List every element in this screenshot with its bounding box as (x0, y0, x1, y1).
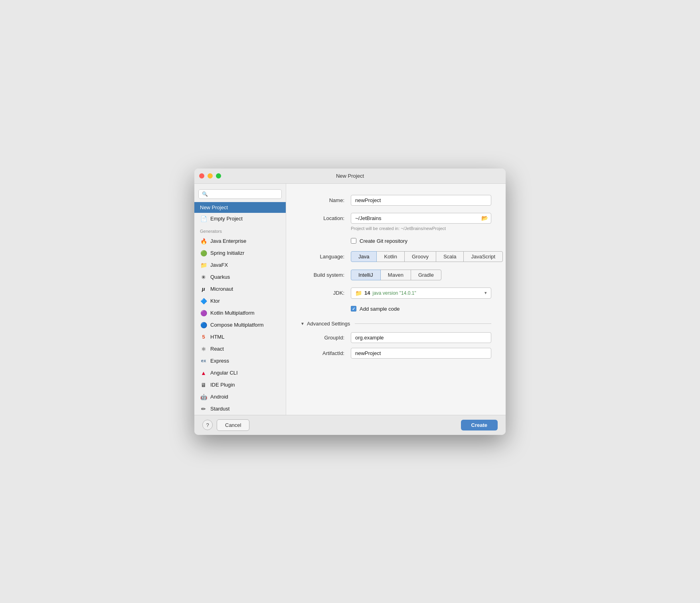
jdk-row: JDK: 📁 14 java version "14.0.1" ▾ (301, 288, 491, 299)
jdk-version: 14 (364, 290, 370, 296)
name-input[interactable] (351, 195, 491, 206)
create-button[interactable]: Create (461, 420, 498, 430)
location-row: Location: 📂 (301, 213, 491, 224)
git-repo-checkbox[interactable] (351, 238, 356, 244)
help-button[interactable]: ? (202, 420, 213, 430)
dialog-footer: ? Cancel Create (194, 415, 506, 435)
ide-plugin-icon: 🖥 (200, 381, 207, 389)
language-kotlin-button[interactable]: Kotlin (376, 251, 405, 262)
cancel-button[interactable]: Cancel (217, 419, 249, 431)
advanced-settings-header[interactable]: ▼ Advanced Settings (301, 321, 491, 327)
sidebar: 🔍 New Project 📄 Empty Project Generators… (194, 184, 286, 415)
build-system-row: Build system: IntelliJ Maven Gradle (301, 270, 491, 280)
build-intellij-button[interactable]: IntelliJ (351, 270, 381, 280)
groupid-input[interactable] (351, 332, 491, 343)
language-toggle-group: Java Kotlin Groovy Scala JavaScript (351, 251, 503, 262)
sidebar-item-kotlin-multiplatform[interactable]: 🟣 Kotlin Multiplatform (194, 307, 286, 319)
new-project-dialog: New Project 🔍 New Project 📄 Empty Projec… (194, 169, 506, 435)
express-icon: ex (200, 357, 207, 365)
search-box[interactable]: 🔍 (198, 189, 282, 199)
groupid-row: GroupId: (301, 332, 491, 343)
angular-icon: ▲ (200, 369, 207, 377)
add-sample-label: Add sample code (360, 306, 399, 312)
compose-icon: 🔵 (200, 321, 207, 329)
jdk-label: JDK: (301, 290, 344, 296)
language-scala-button[interactable]: Scala (436, 251, 464, 262)
react-icon: ⚛ (200, 345, 207, 353)
language-java-button[interactable]: Java (351, 251, 377, 262)
spring-icon: 🟢 (200, 250, 207, 257)
sidebar-item-android[interactable]: 🤖 Android (194, 391, 286, 403)
sidebar-item-compose-multiplatform[interactable]: 🔵 Compose Multiplatform (194, 319, 286, 331)
location-input[interactable] (351, 213, 491, 224)
sidebar-item-stardust[interactable]: ✏ Stardust (194, 403, 286, 415)
sidebar-item-html[interactable]: 5 HTML (194, 331, 286, 343)
sidebar-item-angular-cli[interactable]: ▲ Angular CLI (194, 367, 286, 379)
advanced-settings-label: Advanced Settings (307, 321, 350, 327)
sidebar-item-spring-initializr[interactable]: 🟢 Spring Initializr (194, 247, 286, 259)
git-repo-row: Create Git repository (351, 238, 491, 244)
sidebar-item-micronaut[interactable]: μ Micronaut (194, 283, 286, 295)
language-row: Language: Java Kotlin Groovy Scala JavaS… (301, 251, 491, 262)
window-title: New Project (336, 173, 364, 179)
search-input[interactable] (210, 191, 278, 197)
maximize-button[interactable] (216, 173, 221, 179)
footer-left: ? Cancel (202, 419, 249, 431)
sidebar-item-express[interactable]: ex Express (194, 355, 286, 367)
minimize-button[interactable] (208, 173, 213, 179)
java-enterprise-icon: 🔥 (200, 238, 207, 245)
micronaut-icon: μ (200, 286, 207, 293)
groupid-label: GroupId: (301, 335, 344, 341)
language-label: Language: (301, 254, 344, 260)
artifactid-row: ArtifactId: (301, 348, 491, 359)
javafx-icon: 📁 (200, 262, 207, 269)
sidebar-item-ktor[interactable]: 🔷 Ktor (194, 295, 286, 307)
language-javascript-button[interactable]: JavaScript (463, 251, 503, 262)
generators-section-label: Generators (194, 225, 286, 235)
search-icon: 🔍 (202, 191, 208, 197)
sidebar-item-react[interactable]: ⚛ React (194, 343, 286, 355)
main-panel: Name: Location: 📂 Project will be create… (286, 184, 506, 415)
advanced-settings-section: ▼ Advanced Settings GroupId: ArtifactId: (301, 321, 491, 359)
location-label: Location: (301, 215, 344, 221)
location-hint: Project will be created in: ~/JetBrains/… (351, 226, 491, 231)
stardust-icon: ✏ (200, 405, 207, 413)
add-sample-row: Add sample code (351, 306, 491, 312)
dialog-content: 🔍 New Project 📄 Empty Project Generators… (194, 184, 506, 415)
location-input-wrap: 📂 (351, 213, 491, 224)
git-repo-label: Create Git repository (360, 238, 407, 244)
jdk-dropdown[interactable]: 📁 14 java version "14.0.1" ▾ (351, 288, 491, 299)
empty-project-icon: 📄 (200, 215, 207, 222)
sidebar-item-empty-project[interactable]: 📄 Empty Project (194, 213, 286, 225)
build-system-label: Build system: (301, 272, 344, 278)
sidebar-item-ide-plugin[interactable]: 🖥 IDE Plugin (194, 379, 286, 391)
ktor-icon: 🔷 (200, 298, 207, 305)
titlebar: New Project (194, 169, 506, 184)
jdk-detail: java version "14.0.1" (372, 290, 416, 296)
html-icon: 5 (200, 333, 207, 341)
name-label: Name: (301, 197, 344, 203)
build-system-toggle-group: IntelliJ Maven Gradle (351, 270, 441, 280)
kotlin-icon: 🟣 (200, 309, 207, 317)
browse-folder-button[interactable]: 📂 (481, 215, 488, 221)
artifactid-input[interactable] (351, 348, 491, 359)
chevron-down-icon: ▾ (484, 290, 487, 296)
name-row: Name: (301, 195, 491, 206)
android-icon: 🤖 (200, 393, 207, 401)
sidebar-item-java-enterprise[interactable]: 🔥 Java Enterprise (194, 235, 286, 247)
language-groovy-button[interactable]: Groovy (404, 251, 436, 262)
sidebar-item-javafx[interactable]: 📁 JavaFX (194, 259, 286, 271)
artifactid-label: ArtifactId: (301, 350, 344, 356)
build-maven-button[interactable]: Maven (380, 270, 411, 280)
quarkus-icon: ✳ (200, 274, 207, 281)
add-sample-checkbox[interactable] (351, 306, 356, 311)
window-controls (199, 173, 221, 179)
build-gradle-button[interactable]: Gradle (411, 270, 441, 280)
close-button[interactable] (199, 173, 204, 179)
advanced-chevron-icon: ▼ (301, 321, 305, 326)
jdk-icon: 📁 (355, 290, 362, 296)
sidebar-item-quarkus[interactable]: ✳ Quarkus (194, 271, 286, 283)
sidebar-item-new-project[interactable]: New Project (194, 202, 286, 213)
